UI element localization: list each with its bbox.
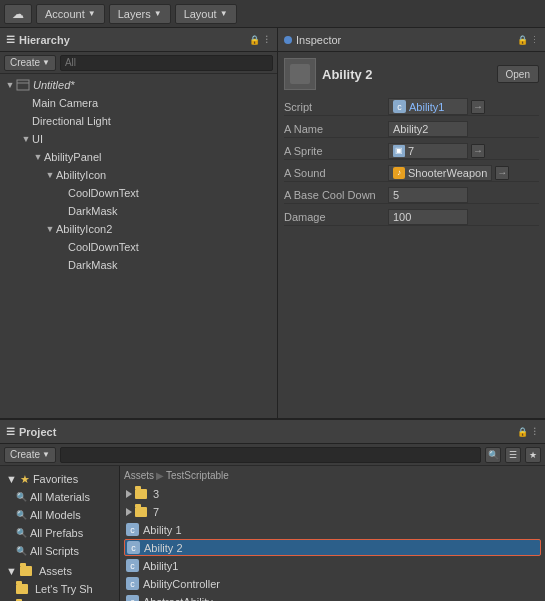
account-dropdown-arrow: ▼ [88, 9, 96, 18]
open-button[interactable]: Open [497, 65, 539, 83]
sidebar-item-lets-try-sh[interactable]: Let's Try Sh [0, 580, 119, 598]
project-create-arrow: ▼ [42, 450, 50, 459]
file-label-ability2: Ability 2 [144, 542, 183, 554]
top-toolbar: ☁ Account ▼ Layers ▼ Layout ▼ [0, 0, 545, 28]
tree-item-dark-mask2[interactable]: DarkMask [0, 256, 277, 274]
tree-label-ui: UI [32, 133, 43, 145]
file-script-icon-ability1: c [126, 523, 139, 536]
inspector-title: Inspector [296, 34, 341, 46]
project-search-button[interactable]: 🔍 [485, 447, 501, 463]
hierarchy-toolbar: Create ▼ [0, 52, 277, 74]
account-label: Account [45, 8, 85, 20]
sidebar-item-all-models[interactable]: 🔍 All Models [0, 506, 119, 524]
project-search-input[interactable] [60, 447, 481, 463]
file-item-ability1-class[interactable]: c Ability1 [124, 557, 541, 574]
toggle-untitled: ▼ [4, 80, 16, 90]
hierarchy-create-label: Create [10, 57, 40, 68]
breadcrumb-assets[interactable]: Assets [124, 470, 154, 481]
file-script-icon-ability1-class: c [126, 559, 139, 572]
tree-item-directional-light[interactable]: Directional Light [0, 112, 277, 130]
file-label-ability-controller: AbilityController [143, 578, 220, 590]
script-value-box[interactable]: c Ability1 [388, 98, 468, 115]
tree-label-ability-panel: AbilityPanel [44, 151, 101, 163]
hierarchy-create-arrow: ▼ [42, 58, 50, 67]
project-star-button[interactable]: ★ [525, 447, 541, 463]
tree-item-ui[interactable]: ▼ UI [0, 130, 277, 148]
sound-value-text: ShooterWeapon [408, 167, 487, 179]
hierarchy-title: Hierarchy [19, 34, 70, 46]
assets-label: Assets [35, 565, 72, 577]
count-row-7: 7 [124, 503, 541, 520]
file-item-ability2[interactable]: c Ability 2 [124, 539, 541, 556]
layers-label: Layers [118, 8, 151, 20]
project-create-button[interactable]: Create ▼ [4, 447, 56, 463]
sidebar-item-all-prefabs[interactable]: 🔍 All Prefabs [0, 524, 119, 542]
cloud-button[interactable]: ☁ [4, 4, 32, 24]
project-icon: ☰ [6, 426, 15, 437]
sidebar-item-all-materials[interactable]: 🔍 All Materials [0, 488, 119, 506]
breadcrumb-testscriptable[interactable]: TestScriptable [166, 470, 229, 481]
sound-goto-button[interactable]: → [495, 166, 509, 180]
all-models-label: All Models [30, 509, 81, 521]
tree-item-ability-panel[interactable]: ▼ AbilityPanel [0, 148, 277, 166]
tree-label-untitled: Untitled* [33, 79, 75, 91]
hierarchy-icon: ☰ [6, 34, 15, 45]
inspector-menu-icon: ⋮ [530, 35, 539, 45]
sidebar-item-assets[interactable]: ▼ Assets [0, 562, 119, 580]
inspector-body: Ability 2 Open Script c Ability1 → [278, 52, 545, 418]
tree-label-main-camera: Main Camera [32, 97, 98, 109]
cloud-icon: ☁ [12, 7, 24, 21]
favorites-toggle-icon: ▼ [6, 473, 17, 485]
field-value-cooldown: 5 [388, 187, 539, 203]
sound-asset-icon: ♪ [393, 167, 405, 179]
file-item-ability-controller[interactable]: c AbilityController [124, 575, 541, 592]
field-label-name: A Name [284, 123, 384, 135]
file-item-abstract-ability[interactable]: c AbstractAbility [124, 593, 541, 601]
account-button[interactable]: Account ▼ [36, 4, 105, 24]
project-filter-button[interactable]: ☰ [505, 447, 521, 463]
tree-item-cooldown-text2[interactable]: CoolDownText [0, 238, 277, 256]
damage-value-text: 100 [393, 211, 411, 223]
tree-item-dark-mask[interactable]: DarkMask [0, 202, 277, 220]
hierarchy-search-input[interactable] [60, 55, 273, 71]
toggle-ui: ▼ [20, 134, 32, 144]
layout-button[interactable]: Layout ▼ [175, 4, 237, 24]
project-toolbar: Create ▼ 🔍 ☰ ★ [0, 444, 545, 466]
tree-item-untitled[interactable]: ▼ Untitled* [0, 76, 277, 94]
sidebar-item-favorites[interactable]: ▼ ★ Favorites [0, 470, 119, 488]
sound-value-box[interactable]: ♪ ShooterWeapon [388, 165, 492, 181]
tree-label-cooldown-text: CoolDownText [68, 187, 139, 199]
hierarchy-tree: ▼ Untitled* Main Camera Directional Ligh… [0, 74, 277, 418]
toggle-ability-icon: ▼ [44, 170, 56, 180]
all-materials-label: All Materials [30, 491, 90, 503]
field-row-name: A Name Ability2 [284, 120, 539, 138]
lets-try-folder-icon [16, 584, 28, 594]
field-value-sprite: ▣ 7 → [388, 143, 539, 159]
ability-thumbnail [284, 58, 316, 90]
favorites-section: ▼ ★ Favorites 🔍 All Materials 🔍 All Mode… [0, 470, 119, 560]
inspector-header: Inspector 🔒 ⋮ [278, 28, 545, 52]
name-value-text: Ability2 [393, 123, 428, 135]
cooldown-value-box[interactable]: 5 [388, 187, 468, 203]
tree-label-directional-light: Directional Light [32, 115, 111, 127]
name-value-box[interactable]: Ability2 [388, 121, 468, 137]
inspector-dot-icon [284, 36, 292, 44]
hierarchy-create-button[interactable]: Create ▼ [4, 55, 56, 71]
damage-value-box[interactable]: 100 [388, 209, 468, 225]
breadcrumb: Assets ▶ TestScriptable [124, 470, 541, 481]
inspector-panel: Inspector 🔒 ⋮ Ability 2 Open [278, 28, 545, 418]
ability-title: Ability 2 [322, 67, 373, 82]
count-row-3: 3 [124, 485, 541, 502]
file-item-ability1[interactable]: c Ability 1 [124, 521, 541, 538]
layers-button[interactable]: Layers ▼ [109, 4, 171, 24]
tree-item-ability-icon[interactable]: ▼ AbilityIcon [0, 166, 277, 184]
tree-item-cooldown-text[interactable]: CoolDownText [0, 184, 277, 202]
main-area: ☰ Hierarchy 🔒 ⋮ Create ▼ ▼ Untitled* [0, 28, 545, 418]
sprite-value-box[interactable]: ▣ 7 [388, 143, 468, 159]
sprite-goto-button[interactable]: → [471, 144, 485, 158]
tree-item-main-camera[interactable]: Main Camera [0, 94, 277, 112]
sidebar-item-all-scripts[interactable]: 🔍 All Scripts [0, 542, 119, 560]
tree-label-ability-icon: AbilityIcon [56, 169, 106, 181]
tree-item-ability-icon2[interactable]: ▼ AbilityIcon2 [0, 220, 277, 238]
script-goto-button[interactable]: → [471, 100, 485, 114]
